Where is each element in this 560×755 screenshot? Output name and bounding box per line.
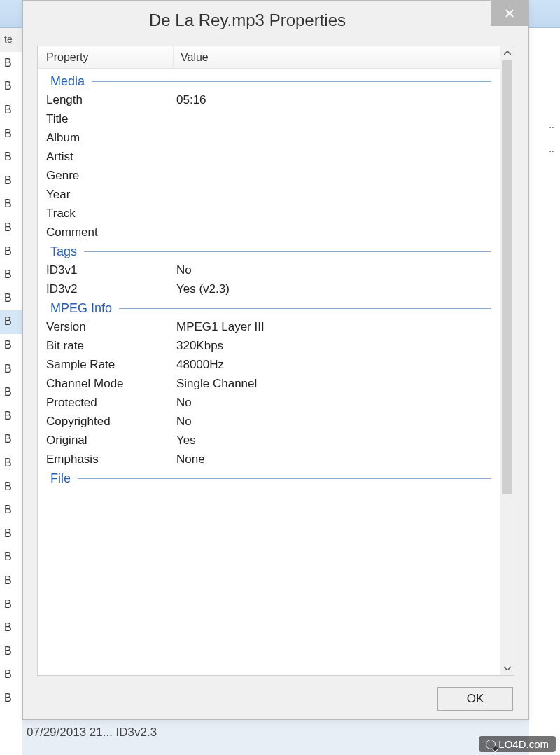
property-value: Yes (v2.3) [176, 282, 491, 296]
property-label: ID3v2 [46, 282, 176, 296]
property-row[interactable]: ProtectedNo [38, 393, 500, 412]
property-row[interactable]: Album [38, 128, 500, 147]
magnifier-icon [486, 740, 496, 749]
background-list-item: B [0, 616, 22, 640]
background-list-item: B [0, 569, 22, 593]
vertical-scrollbar[interactable] [500, 46, 514, 675]
background-list-item: B [0, 428, 22, 452]
background-ellipsis: .. [549, 119, 554, 130]
property-label: Bit rate [46, 339, 176, 353]
properties-dialog: De La Rey.mp3 Properties Property Value … [22, 0, 529, 720]
property-row[interactable]: Bit rate320Kbps [38, 336, 500, 355]
section-divider [92, 81, 491, 82]
background-list-item-selected: B [0, 310, 22, 334]
property-label: Channel Mode [46, 377, 176, 391]
table-header: Property Value [38, 46, 514, 69]
background-list-item: B [0, 52, 22, 76]
property-row[interactable]: ID3v1No [38, 261, 500, 279]
background-list-item: B [0, 687, 22, 711]
property-label: Comment [46, 226, 176, 240]
property-label: Emphasis [46, 452, 176, 466]
property-value [176, 150, 491, 164]
chevron-up-icon [504, 51, 511, 55]
property-label: ID3v1 [46, 263, 176, 277]
property-row[interactable]: CopyrightedNo [38, 412, 500, 431]
scrollbar-thumb[interactable] [502, 60, 512, 494]
column-header-property[interactable]: Property [38, 46, 174, 68]
property-value: No [176, 396, 491, 410]
close-icon [505, 8, 514, 18]
background-list-header: te [0, 28, 22, 52]
background-list-item: B [0, 99, 22, 123]
section-title: Tags [50, 244, 77, 259]
property-row[interactable]: Comment [38, 223, 500, 242]
section-divider [78, 478, 491, 479]
background-list: te B B B B B B B B B B B B B B B B B B B… [0, 28, 22, 755]
property-row[interactable]: Length05:16 [38, 90, 500, 109]
property-label: Protected [46, 396, 176, 410]
property-label: Original [46, 434, 176, 448]
section-title: File [50, 471, 71, 486]
properties-body: MediaLength05:16TitleAlbumArtistGenreYea… [38, 69, 500, 675]
background-list-item: B [0, 452, 22, 476]
column-header-value[interactable]: Value [174, 46, 500, 68]
watermark-text: LO4D.com [498, 738, 549, 750]
titlebar: De La Rey.mp3 Properties [23, 1, 528, 40]
property-row[interactable]: Artist [38, 147, 500, 166]
property-label: Artist [46, 150, 176, 164]
button-bar: OK [23, 679, 528, 719]
property-label: Version [46, 320, 176, 334]
property-value [176, 112, 491, 126]
background-list-item: B [0, 75, 22, 99]
property-value: No [176, 263, 491, 277]
property-row[interactable]: Title [38, 109, 500, 128]
property-value [176, 169, 491, 183]
property-label: Title [46, 112, 176, 126]
property-row[interactable]: OriginalYes [38, 431, 500, 450]
scroll-down-button[interactable] [500, 661, 514, 675]
property-row[interactable]: EmphasisNone [38, 450, 500, 469]
property-value: 48000Hz [176, 358, 491, 372]
background-list-item: B [0, 169, 22, 193]
close-button[interactable] [491, 1, 528, 26]
background-list-item: B [0, 381, 22, 405]
property-value [176, 131, 491, 145]
property-row[interactable]: Sample Rate48000Hz [38, 355, 500, 374]
properties-list: Property Value MediaLength05:16TitleAlbu… [37, 46, 514, 676]
background-list-item: B [0, 639, 22, 663]
background-list-item: B [0, 499, 22, 522]
background-ellipsis: .. [549, 143, 554, 154]
background-list-item: B [0, 122, 22, 146]
background-list-item: B [0, 263, 22, 287]
property-value: No [176, 415, 491, 429]
property-label: Genre [46, 169, 176, 183]
background-bottom-row: 07/29/2013 21... ID3v2.3 [27, 726, 157, 740]
property-row[interactable]: Track [38, 204, 500, 223]
property-row[interactable]: ID3v2Yes (v2.3) [38, 279, 500, 298]
property-value: 320Kbps [176, 339, 491, 353]
property-row[interactable]: VersionMPEG1 Layer III [38, 317, 500, 336]
background-list-item: B [0, 475, 22, 499]
property-row[interactable]: Year [38, 185, 500, 204]
ok-button[interactable]: OK [438, 687, 513, 711]
background-list-item: B [0, 287, 22, 311]
property-value: None [176, 452, 491, 466]
property-value [176, 188, 491, 202]
background-list-item: B [0, 146, 22, 169]
property-label: Album [46, 131, 176, 145]
section-divider [84, 251, 491, 252]
property-value: Single Channel [176, 377, 491, 391]
background-list-item: B [0, 357, 22, 381]
property-value [176, 207, 491, 221]
property-row[interactable]: Genre [38, 166, 500, 185]
section-header: Tags [38, 242, 500, 261]
background-list-item: B [0, 522, 22, 546]
section-divider [119, 308, 491, 309]
property-label: Length [46, 93, 176, 107]
property-row[interactable]: Channel ModeSingle Channel [38, 374, 500, 393]
property-label: Track [46, 207, 176, 221]
section-header: Media [38, 71, 500, 90]
scroll-up-button[interactable] [500, 46, 514, 60]
property-value [176, 226, 491, 240]
background-list-item: B [0, 193, 22, 216]
